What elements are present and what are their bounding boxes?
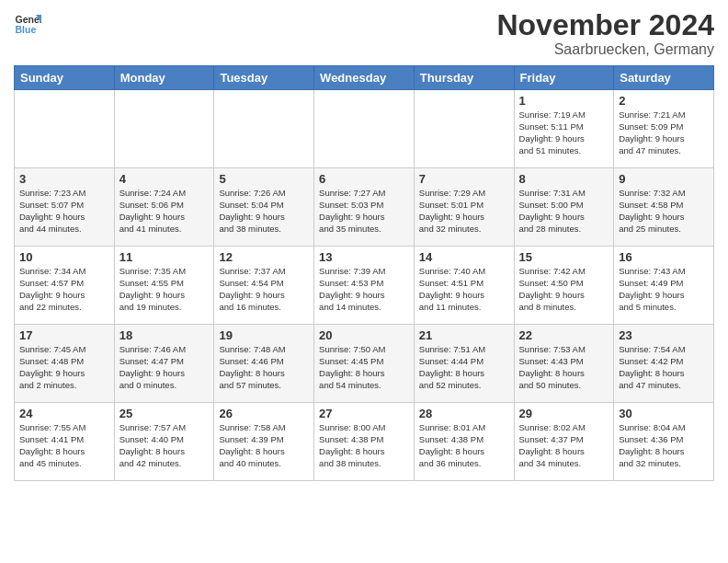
day-info: Sunrise: 7:37 AM Sunset: 4:54 PM Dayligh…	[219, 266, 309, 313]
day-number: 19	[219, 328, 309, 342]
calendar-table: SundayMondayTuesdayWednesdayThursdayFrid…	[14, 65, 714, 481]
day-info: Sunrise: 7:46 AM Sunset: 4:47 PM Dayligh…	[119, 344, 210, 391]
calendar-week-1: 3Sunrise: 7:23 AM Sunset: 5:07 PM Daylig…	[15, 168, 714, 247]
subtitle: Saarbruecken, Germany	[496, 41, 714, 58]
calendar-cell: 20Sunrise: 7:50 AM Sunset: 4:45 PM Dayli…	[314, 325, 415, 403]
day-info: Sunrise: 8:01 AM Sunset: 4:38 PM Dayligh…	[419, 422, 509, 469]
weekday-header-sunday: Sunday	[15, 66, 115, 90]
day-info: Sunrise: 7:26 AM Sunset: 5:04 PM Dayligh…	[219, 188, 309, 235]
day-number: 24	[19, 407, 109, 420]
day-info: Sunrise: 7:39 AM Sunset: 4:53 PM Dayligh…	[319, 266, 409, 313]
day-number: 23	[619, 328, 709, 342]
calendar-cell: 14Sunrise: 7:40 AM Sunset: 4:51 PM Dayli…	[414, 247, 514, 325]
calendar-cell: 13Sunrise: 7:39 AM Sunset: 4:53 PM Dayli…	[314, 247, 415, 325]
day-number: 3	[19, 172, 109, 186]
day-number: 21	[419, 328, 509, 342]
day-number: 26	[219, 407, 309, 420]
calendar-cell: 5Sunrise: 7:26 AM Sunset: 5:04 PM Daylig…	[214, 168, 314, 247]
day-info: Sunrise: 7:24 AM Sunset: 5:06 PM Dayligh…	[119, 188, 210, 235]
calendar-cell: 8Sunrise: 7:31 AM Sunset: 5:00 PM Daylig…	[514, 168, 614, 247]
weekday-header-thursday: Thursday	[414, 66, 514, 90]
day-info: Sunrise: 7:55 AM Sunset: 4:41 PM Dayligh…	[19, 422, 109, 469]
day-number: 1	[519, 94, 609, 108]
weekday-header-row: SundayMondayTuesdayWednesdayThursdayFrid…	[15, 66, 714, 90]
calendar-cell: 22Sunrise: 7:53 AM Sunset: 4:43 PM Dayli…	[514, 325, 614, 403]
day-number: 29	[519, 407, 609, 420]
calendar-cell: 17Sunrise: 7:45 AM Sunset: 4:48 PM Dayli…	[15, 325, 115, 403]
calendar-week-4: 24Sunrise: 7:55 AM Sunset: 4:41 PM Dayli…	[15, 403, 714, 481]
day-number: 7	[419, 172, 509, 186]
day-info: Sunrise: 7:29 AM Sunset: 5:01 PM Dayligh…	[419, 188, 509, 235]
day-info: Sunrise: 8:00 AM Sunset: 4:38 PM Dayligh…	[319, 422, 409, 469]
day-number: 13	[319, 250, 409, 264]
day-info: Sunrise: 7:43 AM Sunset: 4:49 PM Dayligh…	[619, 266, 709, 313]
day-info: Sunrise: 8:02 AM Sunset: 4:37 PM Dayligh…	[519, 422, 609, 469]
day-info: Sunrise: 7:34 AM Sunset: 4:57 PM Dayligh…	[19, 266, 109, 313]
page-container: General Blue November 2024 Saarbruecken,…	[0, 0, 728, 490]
calendar-cell	[15, 90, 115, 168]
day-number: 18	[119, 328, 210, 342]
calendar-cell: 25Sunrise: 7:57 AM Sunset: 4:40 PM Dayli…	[114, 403, 214, 481]
day-info: Sunrise: 7:45 AM Sunset: 4:48 PM Dayligh…	[19, 344, 109, 391]
calendar-week-2: 10Sunrise: 7:34 AM Sunset: 4:57 PM Dayli…	[15, 247, 714, 325]
calendar-cell: 30Sunrise: 8:04 AM Sunset: 4:36 PM Dayli…	[614, 403, 714, 481]
day-info: Sunrise: 7:35 AM Sunset: 4:55 PM Dayligh…	[119, 266, 210, 313]
calendar-cell: 27Sunrise: 8:00 AM Sunset: 4:38 PM Dayli…	[314, 403, 415, 481]
day-info: Sunrise: 7:23 AM Sunset: 5:07 PM Dayligh…	[19, 188, 109, 235]
weekday-header-tuesday: Tuesday	[214, 66, 314, 90]
day-number: 30	[619, 407, 709, 420]
calendar-body: 1Sunrise: 7:19 AM Sunset: 5:11 PM Daylig…	[15, 90, 714, 481]
day-info: Sunrise: 7:40 AM Sunset: 4:51 PM Dayligh…	[419, 266, 509, 313]
day-info: Sunrise: 7:54 AM Sunset: 4:42 PM Dayligh…	[619, 344, 709, 391]
day-info: Sunrise: 7:53 AM Sunset: 4:43 PM Dayligh…	[519, 344, 609, 391]
calendar-cell	[414, 90, 514, 168]
day-number: 2	[619, 94, 709, 108]
svg-text:Blue: Blue	[16, 24, 37, 35]
day-number: 25	[119, 407, 210, 420]
day-number: 5	[219, 172, 309, 186]
logo: General Blue	[14, 9, 41, 37]
header: General Blue November 2024 Saarbruecken,…	[14, 9, 714, 58]
calendar-cell: 24Sunrise: 7:55 AM Sunset: 4:41 PM Dayli…	[15, 403, 115, 481]
calendar-cell: 1Sunrise: 7:19 AM Sunset: 5:11 PM Daylig…	[514, 90, 614, 168]
calendar-cell: 26Sunrise: 7:58 AM Sunset: 4:39 PM Dayli…	[214, 403, 314, 481]
day-info: Sunrise: 7:50 AM Sunset: 4:45 PM Dayligh…	[319, 344, 409, 391]
day-number: 11	[119, 250, 210, 264]
calendar-cell: 3Sunrise: 7:23 AM Sunset: 5:07 PM Daylig…	[15, 168, 115, 247]
calendar-week-3: 17Sunrise: 7:45 AM Sunset: 4:48 PM Dayli…	[15, 325, 714, 403]
calendar-cell	[314, 90, 415, 168]
day-info: Sunrise: 7:32 AM Sunset: 4:58 PM Dayligh…	[619, 188, 709, 235]
day-number: 16	[619, 250, 709, 264]
day-info: Sunrise: 7:27 AM Sunset: 5:03 PM Dayligh…	[319, 188, 409, 235]
day-info: Sunrise: 7:48 AM Sunset: 4:46 PM Dayligh…	[219, 344, 309, 391]
day-number: 28	[419, 407, 509, 420]
calendar-cell: 6Sunrise: 7:27 AM Sunset: 5:03 PM Daylig…	[314, 168, 415, 247]
calendar-cell: 18Sunrise: 7:46 AM Sunset: 4:47 PM Dayli…	[114, 325, 214, 403]
calendar-cell: 29Sunrise: 8:02 AM Sunset: 4:37 PM Dayli…	[514, 403, 614, 481]
calendar-cell: 11Sunrise: 7:35 AM Sunset: 4:55 PM Dayli…	[114, 247, 214, 325]
day-info: Sunrise: 7:42 AM Sunset: 4:50 PM Dayligh…	[519, 266, 609, 313]
day-number: 12	[219, 250, 309, 264]
day-info: Sunrise: 7:19 AM Sunset: 5:11 PM Dayligh…	[519, 109, 609, 156]
logo-icon: General Blue	[14, 9, 41, 37]
day-info: Sunrise: 7:51 AM Sunset: 4:44 PM Dayligh…	[419, 344, 509, 391]
calendar-cell: 16Sunrise: 7:43 AM Sunset: 4:49 PM Dayli…	[614, 247, 714, 325]
calendar-cell: 23Sunrise: 7:54 AM Sunset: 4:42 PM Dayli…	[614, 325, 714, 403]
calendar-cell: 21Sunrise: 7:51 AM Sunset: 4:44 PM Dayli…	[414, 325, 514, 403]
weekday-header-friday: Friday	[514, 66, 614, 90]
day-info: Sunrise: 7:31 AM Sunset: 5:00 PM Dayligh…	[519, 188, 609, 235]
day-number: 4	[119, 172, 210, 186]
calendar-cell: 15Sunrise: 7:42 AM Sunset: 4:50 PM Dayli…	[514, 247, 614, 325]
day-number: 20	[319, 328, 409, 342]
calendar-week-0: 1Sunrise: 7:19 AM Sunset: 5:11 PM Daylig…	[15, 90, 714, 168]
calendar-cell	[214, 90, 314, 168]
calendar-cell: 28Sunrise: 8:01 AM Sunset: 4:38 PM Dayli…	[414, 403, 514, 481]
weekday-header-wednesday: Wednesday	[314, 66, 415, 90]
day-number: 8	[519, 172, 609, 186]
day-number: 27	[319, 407, 409, 420]
calendar-cell	[114, 90, 214, 168]
day-info: Sunrise: 7:21 AM Sunset: 5:09 PM Dayligh…	[619, 109, 709, 156]
calendar-cell: 2Sunrise: 7:21 AM Sunset: 5:09 PM Daylig…	[614, 90, 714, 168]
day-number: 15	[519, 250, 609, 264]
title-section: November 2024 Saarbruecken, Germany	[496, 9, 714, 58]
